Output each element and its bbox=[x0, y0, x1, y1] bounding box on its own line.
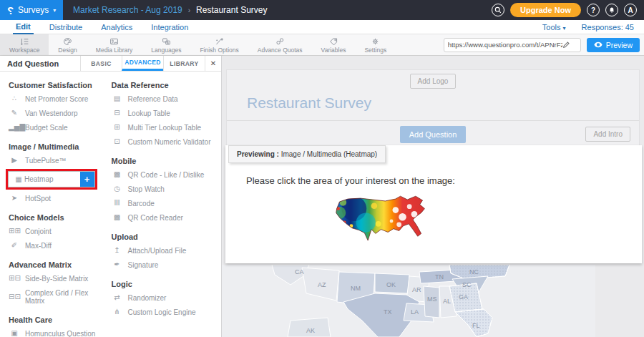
panel-column-1: Customer Satisfaction∴Net Promoter Score… bbox=[0, 72, 107, 337]
panel-item-qr-code-like-dislike[interactable]: ▩QR Code - Like / Dislike bbox=[112, 167, 221, 182]
panel-item-hotspot[interactable]: ➤HotSpot bbox=[9, 191, 107, 205]
background-us-map: CA AZ NM OK AR TN NC SC MS AL GA TX LA F… bbox=[222, 265, 595, 337]
survey-url-input[interactable] bbox=[448, 41, 562, 49]
section-title-logic: Logic bbox=[112, 280, 221, 288]
panel-item-signature[interactable]: ✒Signature bbox=[112, 258, 221, 272]
state-label: OK bbox=[386, 281, 396, 288]
toolbar-label: Settings bbox=[364, 47, 386, 54]
panel-item-budget-scale[interactable]: ▂▅▇Budget Scale bbox=[9, 120, 107, 135]
panel-item-complex-grid-flex-matrix[interactable]: ⊟⊡Complex Grid / Flex Matrix bbox=[9, 285, 107, 308]
breadcrumb-current: Restaurant Survey bbox=[196, 5, 267, 15]
panel-item-homunculus-question[interactable]: ▣Homunculus Question bbox=[9, 326, 107, 337]
tab-advanced[interactable]: ADVANCED bbox=[122, 56, 163, 71]
panel-item-net-promoter-score[interactable]: ∴Net Promoter Score bbox=[9, 92, 107, 106]
add-logo-button[interactable]: Add Logo bbox=[410, 74, 457, 89]
panel-item-lookup-table[interactable]: ⊟Lookup Table bbox=[112, 106, 221, 120]
panel-item-custom-numeric-validator[interactable]: ⊡Custom Numeric Validator bbox=[112, 135, 221, 149]
breadcrumb: Market Research - Aug 2019 › Restaurant … bbox=[73, 5, 267, 15]
section-title-mobile: Mobile bbox=[112, 157, 221, 165]
panel-item-reference-data[interactable]: ▤Reference Data bbox=[112, 92, 221, 106]
toolbar-item-finish-options[interactable]: Finish Options bbox=[190, 34, 248, 55]
edit-url-pencil-icon[interactable] bbox=[562, 41, 570, 49]
state-label: NM bbox=[351, 285, 361, 292]
close-panel-button[interactable]: ✕ bbox=[205, 56, 221, 71]
state-label: MS bbox=[427, 296, 437, 303]
upgrade-now-button[interactable]: Upgrade Now bbox=[510, 3, 581, 17]
survey-header-card: Add Logo Restaurant Survey Add Question … bbox=[226, 69, 640, 148]
notifications-button[interactable] bbox=[605, 4, 618, 16]
toolbar-item-variables[interactable]: Variables bbox=[312, 34, 356, 55]
state-label: FL bbox=[472, 322, 480, 329]
panel-item-qr-code-reader[interactable]: ▩QR Code Reader bbox=[112, 210, 221, 225]
nav-tab-integration[interactable]: Integration bbox=[148, 20, 191, 34]
account-avatar[interactable]: A bbox=[624, 4, 637, 16]
state-label: SC bbox=[462, 281, 472, 288]
toolbar-item-design[interactable]: Design bbox=[49, 34, 86, 55]
section-title-image-multimedia: Image / Multimedia bbox=[9, 142, 107, 151]
panel-item-randomizer[interactable]: ⇄Randomizer bbox=[112, 290, 221, 305]
lookup-table-icon: ⊟ bbox=[112, 109, 123, 117]
heatmap-icon: ▦ bbox=[13, 176, 24, 183]
search-icon bbox=[494, 6, 502, 14]
max-diff-icon: ✐ bbox=[9, 242, 20, 249]
panel-item-attach-upload-file[interactable]: ↥Attach/Upload File bbox=[112, 243, 221, 258]
add-heatmap-plus-button[interactable]: + bbox=[80, 172, 94, 187]
panel-item-label: Side-By-Side Matrix bbox=[25, 275, 88, 283]
state-label: AL bbox=[443, 298, 451, 305]
signature-icon: ✒ bbox=[112, 261, 123, 268]
multi-tier-lookup-icon: ⊞ bbox=[112, 124, 123, 131]
tools-menu[interactable]: Tools ▾ bbox=[542, 23, 566, 31]
panel-item-side-by-side-matrix[interactable]: ⊞⊟Side-By-Side Matrix bbox=[9, 271, 107, 285]
panel-item-heatmap[interactable]: ▦Heatmap+ bbox=[8, 171, 95, 187]
panel-item-multi-tier-lookup-table[interactable]: ⊞Multi Tier Lookup Table bbox=[112, 120, 221, 135]
homunculus-question-icon: ▣ bbox=[9, 330, 20, 337]
panel-item-label: Custom Numeric Validator bbox=[128, 138, 211, 146]
panel-item-conjoint[interactable]: ⊞⊞Conjoint bbox=[9, 224, 107, 238]
reference-data-icon: ▤ bbox=[112, 95, 123, 102]
add-question-button[interactable]: Add Question bbox=[400, 126, 467, 143]
responses-count[interactable]: Responses: 45 bbox=[582, 23, 634, 31]
panel-item-van-westendorp[interactable]: ✎Van Westendorp bbox=[9, 106, 107, 120]
toolbar-item-settings[interactable]: Settings bbox=[355, 34, 396, 55]
toolbar-item-languages[interactable]: Languages bbox=[142, 34, 190, 55]
eye-icon bbox=[594, 41, 602, 48]
toolbar-label: Design bbox=[58, 47, 77, 54]
search-button[interactable] bbox=[492, 4, 504, 16]
van-westendorp-icon: ✎ bbox=[9, 109, 20, 117]
toolbar-item-media-library[interactable]: Media Library bbox=[87, 34, 142, 55]
panel-item-custom-logic-engine[interactable]: ⋔Custom Logic Engine bbox=[112, 305, 221, 319]
state-label: GA bbox=[459, 293, 468, 301]
us-heatmap-image[interactable] bbox=[330, 193, 642, 252]
preview-button[interactable]: Preview bbox=[587, 38, 640, 52]
workspace-toolbar: Workspace Design Media Library Languages… bbox=[0, 34, 644, 56]
breadcrumb-parent[interactable]: Market Research - Aug 2019 bbox=[73, 5, 182, 15]
surveys-menu[interactable]: ? Surveys ▾ bbox=[0, 0, 63, 20]
workspace-icon bbox=[20, 37, 29, 46]
add-intro-button[interactable]: Add Intro bbox=[585, 127, 630, 142]
help-button[interactable]: ? bbox=[587, 4, 600, 16]
state-label: TN bbox=[435, 273, 444, 280]
tab-library[interactable]: LIBRARY bbox=[163, 56, 205, 71]
toolbar-item-advance-quotas[interactable]: Advance Quotas bbox=[248, 34, 312, 55]
panel-item-max-diff[interactable]: ✐Max-Diff bbox=[9, 238, 107, 253]
breadcrumb-separator-icon: › bbox=[188, 6, 190, 14]
main-nav: Edit Distribute Analytics Integration To… bbox=[0, 20, 644, 34]
tab-basic[interactable]: BASIC bbox=[80, 56, 122, 71]
stop-watch-icon: ◷ bbox=[112, 185, 123, 192]
toolbar-item-workspace[interactable]: Workspace bbox=[0, 34, 49, 55]
survey-title[interactable]: Restaurant Survey bbox=[227, 89, 639, 120]
section-title-advanced-matrix: Advanced Matrix bbox=[9, 260, 107, 269]
nav-tab-distribute[interactable]: Distribute bbox=[47, 20, 85, 34]
toolbar-label: Advance Quotas bbox=[258, 47, 303, 54]
state-label: LA bbox=[411, 308, 419, 316]
panel-item-stop-watch[interactable]: ◷Stop Watch bbox=[112, 182, 221, 196]
section-title-health-care: Health Care bbox=[9, 316, 107, 324]
hotspot-icon: ➤ bbox=[9, 195, 20, 202]
panel-item-tubepulse[interactable]: ▶TubePulse™ bbox=[9, 153, 107, 167]
nav-tab-analytics[interactable]: Analytics bbox=[98, 20, 135, 34]
nav-tab-edit[interactable]: Edit bbox=[13, 20, 34, 34]
budget-scale-icon: ▂▅▇ bbox=[9, 124, 20, 131]
toolbar-label: Finish Options bbox=[200, 47, 238, 54]
settings-icon bbox=[371, 37, 380, 46]
panel-item-barcode[interactable]: ‖‖Barcode bbox=[112, 196, 221, 210]
